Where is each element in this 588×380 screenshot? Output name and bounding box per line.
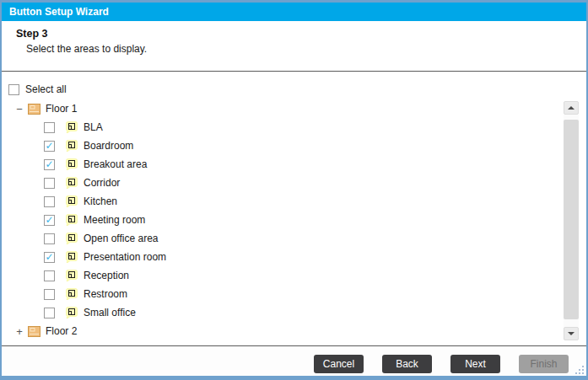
area-checkbox[interactable]: [44, 289, 55, 300]
tree-rows: − Floor 1 BLA ✓ Boardroom ✓: [2, 99, 586, 340]
area-checkbox[interactable]: [44, 233, 55, 244]
select-all-row[interactable]: Select all: [8, 80, 67, 99]
step-heading: Step 3: [16, 28, 48, 40]
button-setup-wizard-window: Button Setup Wizard Step 3 Select the ar…: [0, 0, 588, 380]
next-button[interactable]: Next: [450, 355, 500, 373]
area-label: Open office area: [84, 233, 159, 244]
area-label: Corridor: [84, 177, 120, 189]
back-button[interactable]: Back: [382, 355, 432, 373]
area-label: BLA: [84, 121, 103, 133]
area-label: Reception: [84, 270, 129, 281]
floor-icon: [28, 104, 40, 115]
area-checkbox[interactable]: ✓: [44, 159, 55, 170]
scroll-up-button[interactable]: [564, 101, 579, 115]
area-label: Boardroom: [84, 140, 133, 152]
area-label: Presentation room: [84, 251, 166, 263]
tree-node-floor[interactable]: + Floor 2: [2, 322, 586, 340]
button-row: CancelBackNextFinish: [314, 355, 569, 373]
area-icon: [66, 288, 78, 300]
area-checkbox[interactable]: [44, 196, 55, 207]
tree-node-area[interactable]: Corridor: [2, 174, 586, 192]
finish-button: Finish: [519, 355, 569, 373]
area-icon: [66, 270, 78, 281]
areas-tree: − Floor 1 BLA ✓ Boardroom ✓: [2, 99, 586, 344]
area-icon: [66, 121, 78, 133]
tree-node-floor[interactable]: − Floor 1: [2, 99, 586, 118]
scrollbar-thumb[interactable]: [564, 120, 579, 319]
area-checkbox[interactable]: [44, 178, 55, 189]
window-title: Button Setup Wizard: [9, 6, 109, 18]
tree-node-area[interactable]: Reception: [2, 266, 586, 285]
area-icon: [66, 195, 78, 207]
area-icon: [66, 233, 78, 244]
wizard-footer: CancelBackNextFinish: [2, 346, 586, 376]
tree-node-area[interactable]: Kitchen: [2, 192, 586, 211]
area-label: Kitchen: [84, 195, 117, 207]
area-label: Breakout area: [84, 158, 147, 170]
floor-label: Floor 1: [46, 103, 77, 115]
triangle-up-icon: [568, 106, 575, 110]
wizard-content: Step 3 Select the areas to display. Sele…: [2, 21, 586, 376]
area-checkbox[interactable]: ✓: [44, 252, 55, 263]
area-checkbox[interactable]: [44, 270, 55, 281]
tree-node-area[interactable]: Small office: [2, 303, 586, 322]
floor-label: Floor 2: [46, 325, 77, 337]
area-icon: [66, 307, 78, 318]
expander-icon[interactable]: −: [15, 103, 24, 115]
area-label: Meeting room: [84, 214, 145, 226]
tree-node-area[interactable]: Open office area: [2, 229, 586, 248]
expander-icon[interactable]: +: [15, 325, 24, 338]
area-checkbox[interactable]: [44, 308, 55, 318]
area-checkbox[interactable]: ✓: [44, 215, 55, 226]
area-icon: [66, 177, 78, 189]
area-icon: [66, 214, 78, 226]
floor-icon: [28, 326, 40, 337]
area-label: Small office: [84, 307, 136, 318]
triangle-down-icon: [568, 332, 575, 335]
scroll-down-button[interactable]: [564, 327, 579, 340]
header-separator: [2, 71, 586, 72]
area-icon: [66, 251, 78, 263]
resize-grip-icon[interactable]: [574, 364, 585, 376]
tree-node-area[interactable]: ✓ Boardroom: [2, 136, 586, 155]
tree-node-area[interactable]: Restroom: [2, 285, 586, 303]
area-checkbox[interactable]: ✓: [44, 141, 55, 152]
area-label: Restroom: [84, 288, 127, 300]
area-icon: [66, 158, 78, 170]
area-icon: [66, 140, 78, 152]
window-titlebar[interactable]: Button Setup Wizard: [2, 3, 586, 21]
select-all-checkbox[interactable]: [8, 84, 19, 95]
tree-node-area[interactable]: ✓ Breakout area: [2, 155, 586, 174]
tree-node-area[interactable]: ✓ Presentation room: [2, 248, 586, 266]
tree-node-area[interactable]: ✓ Meeting room: [2, 211, 586, 229]
tree-scrollbar[interactable]: [564, 101, 579, 340]
area-checkbox[interactable]: [44, 122, 55, 133]
cancel-button[interactable]: Cancel: [314, 355, 364, 373]
step-instruction: Select the areas to display.: [26, 43, 147, 55]
tree-node-area[interactable]: BLA: [2, 118, 586, 136]
select-all-label: Select all: [25, 83, 67, 95]
